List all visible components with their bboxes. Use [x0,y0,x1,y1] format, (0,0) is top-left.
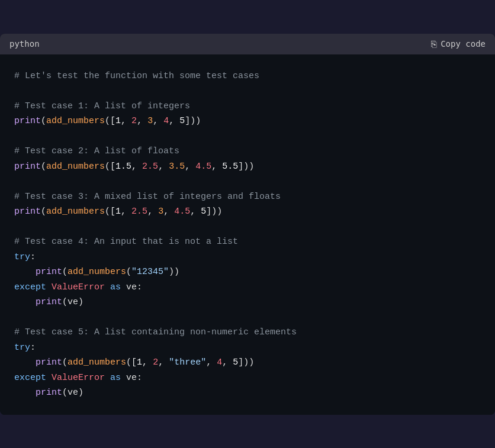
code-line-19: try: [14,340,481,356]
empty-line-4 [14,220,481,235]
copy-code-button[interactable]: ⎘ Copy code [431,38,486,50]
code-line-21: except ValueError as ve: [14,370,481,386]
copy-button-label: Copy code [441,39,486,49]
code-line-9: # Test case 3: A mixed list of integers … [14,189,481,205]
code-line-22: print(ve) [14,385,481,401]
empty-line-1 [14,83,481,99]
code-line-6: # Test case 2: A list of floats [14,144,481,159]
language-label: python [9,39,40,49]
code-line-12: # Test case 4: An input that is not a li… [14,234,481,250]
code-line-7: print(add_numbers([1.5, 2.5, 3.5, 4.5, 5… [14,159,481,175]
code-container: python ⎘ Copy code # Let's test the func… [0,34,495,415]
code-line-15: except ValueError as ve: [14,280,481,295]
code-body: # Let's test the function with some test… [0,54,495,415]
empty-line-2 [14,129,481,144]
empty-line-3 [14,174,481,189]
code-header: python ⎘ Copy code [0,34,495,54]
code-line-14: print(add_numbers("12345")) [14,265,481,280]
code-line-13: try: [14,250,481,265]
code-line-18: # Test case 5: A list containing non-num… [14,325,481,340]
clipboard-icon: ⎘ [431,38,437,50]
code-line-16: print(ve) [14,295,481,310]
code-line-4: print(add_numbers([1, 2, 3, 4, 5])) [14,114,481,129]
code-line-1: # Let's test the function with some test… [14,69,481,84]
code-line-3: # Test case 1: A list of integers [14,99,481,114]
empty-line-5 [14,310,481,325]
code-line-10: print(add_numbers([1, 2.5, 3, 4.5, 5])) [14,204,481,220]
code-line-20: print(add_numbers([1, 2, "three", 4, 5])… [14,355,481,370]
